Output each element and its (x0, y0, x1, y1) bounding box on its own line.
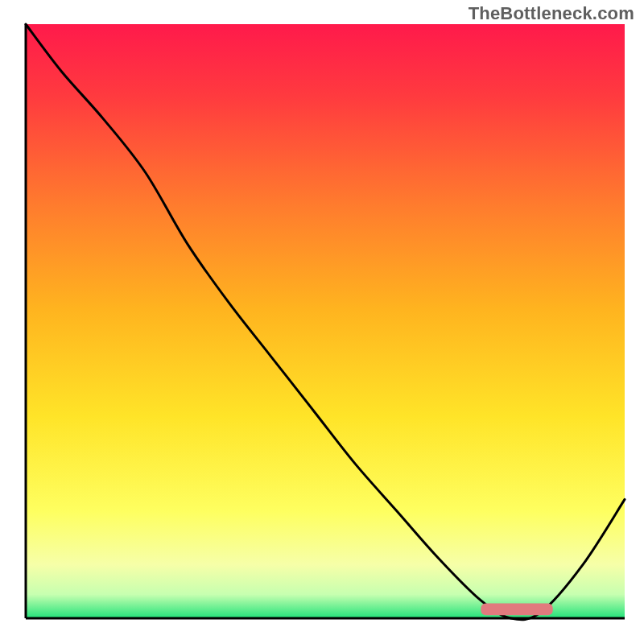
watermark-text: TheBottleneck.com (469, 3, 634, 24)
svg-rect-0 (26, 24, 625, 618)
chart-container: TheBottleneck.com (0, 0, 644, 644)
optimal-marker (481, 604, 552, 616)
bottleneck-chart (0, 0, 644, 644)
plot-area (26, 24, 625, 618)
